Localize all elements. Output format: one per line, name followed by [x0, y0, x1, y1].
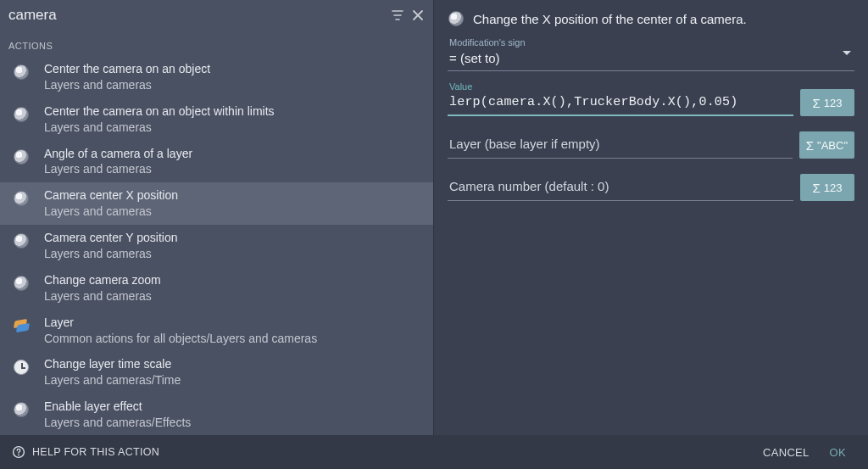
- search-input[interactable]: [7, 3, 387, 27]
- list-item[interactable]: Enable layer effectLayers and cameras/Ef…: [0, 394, 433, 435]
- item-subtitle: Layers and cameras: [44, 161, 425, 177]
- camera-icon: [12, 274, 31, 293]
- item-subtitle: Layers and cameras: [44, 246, 425, 262]
- item-title: Change layer time scale: [44, 356, 425, 372]
- expression-number-button[interactable]: Σ123: [800, 174, 854, 201]
- item-title: Center the camera on an object within li…: [44, 103, 425, 120]
- camera-icon: [12, 105, 31, 124]
- item-title: Layer: [44, 315, 425, 331]
- sign-field: Modification's sign = (set to): [448, 39, 854, 71]
- search-row: [0, 0, 433, 32]
- list-item[interactable]: LayerCommon actions for all objects/Laye…: [0, 310, 433, 352]
- item-title: Camera center Y position: [44, 230, 425, 246]
- value-field: Value Σ123: [448, 83, 854, 116]
- list-item[interactable]: Change camera zoomLayers and cameras: [0, 267, 433, 310]
- camera-icon: [12, 189, 31, 208]
- close-icon[interactable]: [408, 5, 428, 25]
- item-title: Camera center X position: [44, 187, 425, 204]
- item-title: Enable layer effect: [44, 399, 425, 415]
- camera-number-input[interactable]: [448, 170, 793, 201]
- list-item[interactable]: Center the camera on an objectLayers and…: [0, 56, 433, 98]
- value-input[interactable]: [448, 83, 793, 116]
- help-link[interactable]: HELP FOR THIS ACTION: [12, 445, 159, 459]
- sign-select[interactable]: Modification's sign = (set to): [448, 39, 854, 71]
- list-item[interactable]: Angle of a camera of a layerLayers and c…: [0, 141, 433, 183]
- help-icon: [12, 445, 25, 459]
- item-subtitle: Layers and cameras/Time: [44, 372, 425, 388]
- item-subtitle: Common actions for all objects/Layers an…: [44, 331, 425, 347]
- item-title: Change camera zoom: [44, 272, 425, 288]
- camera-number-field: Σ123: [448, 170, 854, 201]
- expression-number-button[interactable]: Σ123: [800, 89, 854, 116]
- detail-title: Change the X position of the center of a…: [473, 12, 747, 26]
- detail-panel: Change the X position of the center of a…: [434, 0, 868, 435]
- svg-point-1: [18, 455, 19, 456]
- ok-button[interactable]: OK: [820, 439, 856, 466]
- item-subtitle: Layers and cameras: [44, 288, 425, 304]
- list-item[interactable]: Camera center Y positionLayers and camer…: [0, 225, 433, 267]
- layer-input[interactable]: [448, 128, 793, 159]
- list-item[interactable]: Camera center X positionLayers and camer…: [0, 182, 433, 225]
- detail-header: Change the X position of the center of a…: [448, 7, 854, 39]
- chevron-down-icon: [843, 51, 851, 55]
- section-label: ACTIONS: [0, 32, 433, 56]
- camera-icon: [12, 148, 31, 166]
- expr-btn-label: 123: [824, 181, 843, 194]
- expr-btn-label: "ABC": [817, 139, 848, 152]
- help-label: HELP FOR THIS ACTION: [32, 446, 159, 458]
- item-title: Center the camera on an object: [44, 61, 425, 77]
- list-item[interactable]: Change layer time scaleLayers and camera…: [0, 351, 433, 394]
- cancel-button[interactable]: CANCEL: [753, 439, 820, 466]
- actions-panel: ACTIONS Center the camera on an objectLa…: [0, 0, 434, 435]
- camera-icon: [12, 400, 31, 419]
- item-title: Angle of a camera of a layer: [44, 146, 425, 162]
- filter-icon[interactable]: [387, 5, 408, 25]
- camera-icon: [12, 63, 31, 81]
- item-subtitle: Layers and cameras: [44, 204, 425, 220]
- camera-icon: [448, 10, 465, 27]
- sign-label: Modification's sign: [449, 37, 526, 47]
- item-subtitle: Layers and cameras: [44, 77, 425, 93]
- list-item[interactable]: Center the camera on an object within li…: [0, 98, 433, 141]
- clock-icon: [12, 358, 31, 377]
- actions-list[interactable]: Center the camera on an objectLayers and…: [0, 56, 433, 435]
- camera-icon: [12, 232, 31, 250]
- item-subtitle: Layers and cameras: [44, 120, 425, 136]
- layer-field: Σ"ABC": [448, 128, 854, 159]
- expr-btn-label: 123: [824, 97, 843, 109]
- layer-icon: [12, 316, 31, 335]
- footer-bar: HELP FOR THIS ACTION CANCEL OK: [0, 435, 868, 469]
- expression-string-button[interactable]: Σ"ABC": [799, 131, 854, 159]
- item-subtitle: Layers and cameras/Effects: [44, 415, 425, 431]
- value-label: Value: [449, 81, 472, 92]
